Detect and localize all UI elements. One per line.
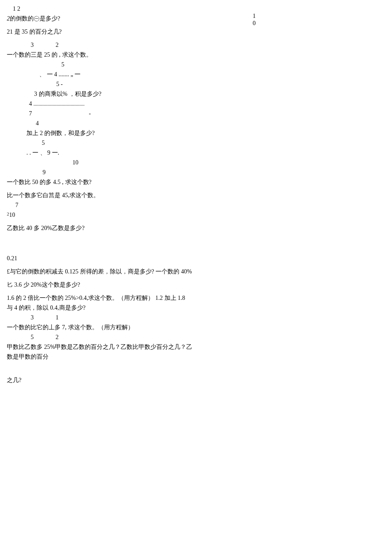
num-10b: 10 xyxy=(9,212,15,218)
num-4b: 4 xyxy=(36,119,385,128)
q-zhiji: 之几? xyxy=(7,376,385,385)
q-yi-40-20pct: 乙数比 40 多 20%乙数是多少? xyxy=(7,224,385,233)
val-0-21: 0.21 xyxy=(7,254,385,263)
q-reciprocal: 2的倒数的㊀是多少? xyxy=(7,14,385,23)
num-5c: 5 xyxy=(31,333,34,342)
frag-dots-1: 、 一 4 ....... „ 一 xyxy=(39,70,385,79)
frag-9: . . 一 、 9 一. xyxy=(26,148,385,157)
frag-2-10: 210 xyxy=(7,210,385,219)
num-7: 7 xyxy=(29,110,32,117)
frag-4-dots: 4 ......................................… xyxy=(29,99,385,108)
frac-denom: 2 xyxy=(7,15,10,22)
num-9: 9 xyxy=(43,168,385,177)
content: 1 2 2的倒数的㊀是多少? 21 是 35 的百分之几? 3 2 一个数的三是… xyxy=(7,4,385,385)
frac-row-3-1: 3 1 xyxy=(7,313,385,322)
q-with-4-div-0-4: 与 4 的积，除以 0.4,商是多少? xyxy=(7,303,385,312)
q-number-25: 一个数的三是 25 的 , 求这个数。 xyxy=(7,50,385,59)
q-number-50-4-5: 一个数比 50 的多 4.5 , 求这个数? xyxy=(7,178,385,187)
q-1-6-twice-25pct: 1.6 的 2 倍比一个数的 25%>0.4,求这个数。（用方程解） 1.2 加… xyxy=(7,293,385,302)
page-num-0: 0 xyxy=(253,20,256,27)
q-reciprocal-product-0-125: £与它的倒数的积减去 0.125 所得的差，除以，商是多少? 一个数的 40% xyxy=(7,267,385,276)
frag-7-dash: 7 - xyxy=(29,109,385,118)
num-4: 4 xyxy=(29,101,32,107)
num-2b: 2 xyxy=(56,333,59,342)
num-1: 1 xyxy=(56,313,59,322)
frac-row-5-2: 5 2 xyxy=(7,333,385,342)
num-3b: 3 xyxy=(31,313,34,322)
page-number-block: 1 0 xyxy=(253,13,256,27)
frac-num: 1 2 xyxy=(13,4,385,13)
dash: - xyxy=(89,109,91,118)
q-3-quotient-percent: 3 的商乘以% ，积是多少? xyxy=(34,89,385,98)
num-5b: 5 xyxy=(42,138,385,147)
q-more-45: 比一个数多它白筥是 45,求这个数。 xyxy=(7,191,385,200)
q-3-6-less-20pct: 匕 3.6 少 20%这个数是多少? xyxy=(7,280,385,289)
frag-5-dash: 5 - xyxy=(56,80,385,89)
num-5: 5 xyxy=(61,60,385,69)
num-3: 3 xyxy=(31,40,34,49)
q-more-than-7: 一个数的比它的丄多 7, 求这个数。（用方程解） xyxy=(7,323,385,332)
q-percent-21-35: 21 是 35 的百分之几? xyxy=(7,27,385,36)
num-10: 10 xyxy=(72,158,385,167)
dots-line: ........................................ xyxy=(34,101,85,107)
page-num-1: 1 xyxy=(253,13,256,20)
q-jia-yi-25pct: 甲数比乙数多 25%甲数是乙数的百分之几？乙数比甲数少百分之几？乙 xyxy=(7,342,385,351)
q-reciprocal-text: 的倒数的㊀是多少? xyxy=(10,15,60,22)
num-7b: 7 xyxy=(15,201,385,210)
q-jia-yi-cont: 数是甲数的百分 xyxy=(7,352,385,361)
q-plus-2-reciprocal: 加上 2 的倒数，和是多少? xyxy=(26,129,385,138)
frac-row-3-2: 3 2 xyxy=(7,40,385,49)
num-2: 2 xyxy=(56,40,59,49)
